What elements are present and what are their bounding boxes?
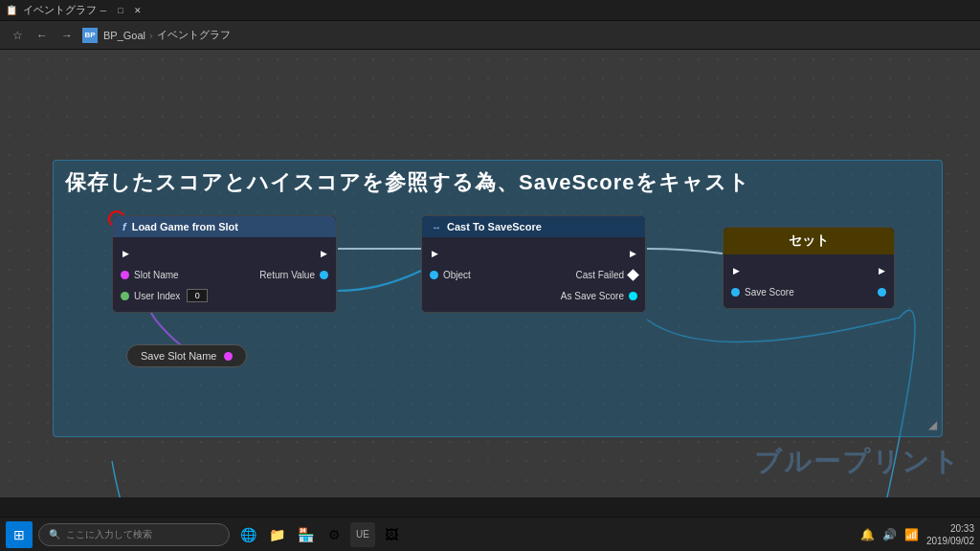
search-bar[interactable]: 🔍 ここに入力して検索 [38,523,230,546]
forward-button[interactable]: → [57,26,77,45]
ue4-icon[interactable]: UE [350,522,375,547]
f-icon: f [122,221,126,232]
clock-date: 2019/09/02 [926,535,974,547]
search-icon: 🔍 [49,529,60,540]
taskbar-apps: 🌐 📁 🏪 ⚙ UE 🖼 [235,522,404,547]
save-slot-pin[interactable] [224,352,233,361]
breadcrumb-root[interactable]: BP_Goal [103,30,145,41]
watermark: ブループリント [754,444,961,480]
user-index-pin[interactable] [121,292,129,300]
close-button[interactable]: ✕ [131,4,145,17]
minimize-button[interactable]: ─ [97,4,110,17]
canvas-area[interactable]: 保存したスコアとハイスコアを参照する為、SaveScoreをキャスト ◢ f L… [0,50,980,497]
breadcrumb: BP_Goal › イベントグラフ [103,28,231,42]
set-save-score-row: Save Score [724,281,894,302]
edge-icon[interactable]: 🌐 [235,522,260,547]
node-load-body: Slot Name Return Value User Index [113,237,336,312]
volume-icon[interactable]: 🔊 [882,528,897,541]
comment-title: 保存したスコアとハイスコアを参照する為、SaveScoreをキャスト [54,161,942,205]
node-load-title: Load Game from Slot [132,221,238,232]
cast-failed-label: Cast Failed [575,270,624,280]
folder-icon[interactable]: 📁 [264,522,289,547]
return-value-pin[interactable] [320,271,328,279]
node-load-exec-row [113,243,336,264]
save-score-out-pin[interactable] [878,288,886,297]
start-button[interactable]: ⊞ [6,521,33,548]
photo-icon[interactable]: 🖼 [379,522,404,547]
corner-mark: ◢ [928,418,937,431]
return-value-label: Return Value [259,270,315,280]
cast-failed-pin[interactable] [627,269,639,281]
object-label: Object [443,270,471,280]
user-index-input[interactable] [187,289,208,302]
node-set-body: Save Score [724,254,894,308]
notification-icon[interactable]: 🔔 [860,528,875,541]
cast-exec-out[interactable] [628,249,637,258]
object-pin[interactable] [430,271,438,279]
back-button[interactable]: ← [33,26,52,45]
save-score-label: Save Score [745,287,794,298]
cast-exec-in[interactable] [430,249,439,258]
cast-object-row: Object Cast Failed [422,264,645,285]
slot-name-label: Slot Name [134,270,179,280]
node-cast-body: Object Cast Failed As Save Score [422,237,645,312]
set-exec-out[interactable] [877,266,886,276]
chrome-icon[interactable]: ⚙ [322,522,346,547]
title-bar: 📋 イベントグラフ ─ □ ✕ [0,0,980,21]
node-cast-header: ↔ Cast To SaveScore [422,216,645,237]
as-save-score-row: As Save Score [422,285,645,306]
node-cast[interactable]: ↔ Cast To SaveScore Object Cast F [421,215,646,313]
store-icon[interactable]: 🏪 [293,522,318,547]
star-button[interactable]: ☆ [8,26,27,45]
search-placeholder: ここに入力して検索 [66,528,152,541]
node-load-game[interactable]: f Load Game from Slot Slot Name R [112,215,337,313]
as-save-score-pin[interactable] [629,292,637,300]
breadcrumb-sep: › [149,30,153,41]
taskbar: ⊞ 🔍 ここに入力して検索 🌐 📁 🏪 ⚙ UE 🖼 🔔 🔊 📶 20:33 2… [0,517,980,551]
clock-time: 20:33 [926,522,974,535]
wifi-icon[interactable]: 📶 [904,528,919,541]
toolbar: ☆ ← → BP BP_Goal › イベントグラフ [0,21,980,50]
title-icon: 📋 [6,5,17,15]
set-exec-in[interactable] [731,266,741,276]
save-slot-label: Save Slot Name [141,350,216,362]
node-load-header: f Load Game from Slot [113,216,336,237]
breadcrumb-current[interactable]: イベントグラフ [157,28,231,42]
slot-name-row: Slot Name Return Value [113,264,336,285]
save-score-pin[interactable] [731,288,740,297]
bp-icon: BP [82,28,98,43]
exec-in-pin[interactable] [121,249,130,258]
exec-out-pin[interactable] [319,249,328,258]
node-set-title: セット [789,232,829,250]
slot-name-pin[interactable] [121,271,129,279]
maximize-button[interactable]: □ [114,4,127,17]
node-set[interactable]: セット Save Score [723,227,895,309]
window-controls: ─ □ ✕ [97,4,145,17]
title-text: イベントグラフ [23,3,97,17]
user-index-label: User Index [134,291,180,301]
node-cast-title: Cast To SaveScore [447,221,542,232]
set-exec-row [724,260,894,281]
node-set-header: セット [724,228,894,254]
clock: 20:33 2019/09/02 [926,522,974,547]
as-save-score-label: As Save Score [561,291,624,301]
taskbar-right: 🔔 🔊 📶 20:33 2019/09/02 [860,522,974,547]
cast-icon: ↔ [432,222,441,232]
user-index-row: User Index [113,285,336,306]
cast-exec-row [422,243,645,264]
save-slot-button[interactable]: Save Slot Name [126,344,247,367]
